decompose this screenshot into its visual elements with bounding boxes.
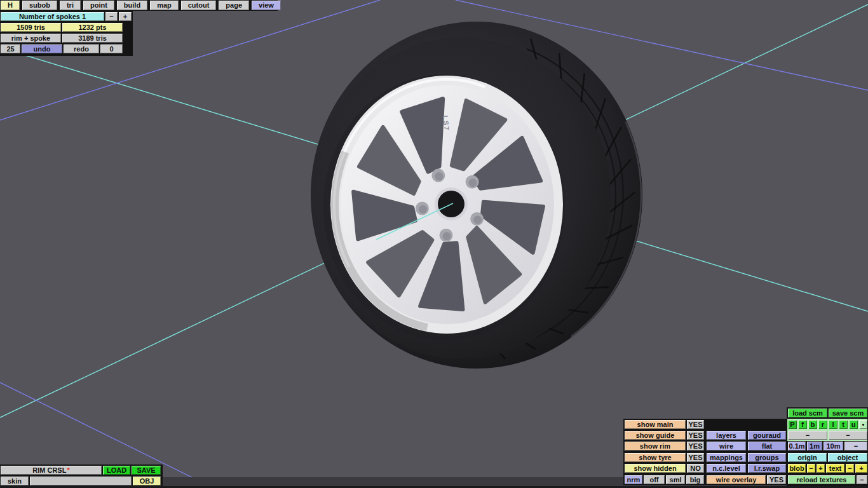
wire-button[interactable]: wire (707, 442, 746, 451)
show-main-toggle[interactable]: YES (687, 420, 704, 429)
skin-button[interactable]: skin (1, 477, 29, 485)
show-hidden-toggle[interactable]: NO (687, 464, 704, 473)
view-f-button[interactable]: f (798, 420, 807, 429)
tab-page[interactable]: page (219, 1, 249, 10)
view-l-button[interactable]: l (829, 420, 837, 429)
redo-button[interactable]: redo (64, 44, 99, 53)
load-scm-button[interactable]: load scm (788, 409, 827, 417)
wheel-logo: LS7 (442, 115, 451, 132)
object-button[interactable]: object (828, 453, 867, 462)
total-tris-count: 3189 tris (62, 34, 123, 43)
rim-crsl-label: RIM CRSL (32, 467, 66, 474)
show-rim-button[interactable]: show rim (625, 442, 686, 451)
normals-off-button[interactable]: off (644, 475, 665, 484)
show-guide-button[interactable]: show guide (625, 431, 686, 440)
scm-slot-2-button[interactable]: − (829, 431, 867, 440)
blob-label[interactable]: blob (788, 464, 806, 473)
app-window: LS7 H subob tri point build map cutout p… (0, 0, 868, 488)
save-scm-button[interactable]: save scm (829, 409, 867, 417)
view-t-button[interactable]: t (839, 420, 848, 429)
undo-button[interactable]: undo (22, 44, 62, 53)
view-b-button[interactable]: b (808, 420, 817, 429)
show-rim-toggle[interactable]: YES (687, 442, 704, 451)
reload-textures-button[interactable]: reload textures (788, 475, 855, 484)
origin-button[interactable]: origin (788, 453, 827, 462)
tab-cutout[interactable]: cutout (181, 1, 217, 10)
rim-crsl-button[interactable]: RIM CRSL* (1, 466, 102, 475)
grid-dash-button[interactable]: − (844, 442, 867, 451)
scm-slot-1-button[interactable]: − (788, 431, 827, 440)
tab-build[interactable]: build (117, 1, 147, 10)
spokes-count-label: Number of spokes 1 (1, 12, 104, 21)
tab-strip: H subob tri point build map cutout page … (1, 1, 281, 10)
blob-plus-button[interactable]: + (817, 464, 825, 473)
load-button[interactable]: LOAD (103, 466, 130, 475)
tab-view[interactable]: view (252, 1, 281, 10)
lr-swap-button[interactable]: l.r.swap (748, 464, 786, 473)
grid-1m-button[interactable]: 1m (807, 442, 822, 451)
view-r-button[interactable]: r (818, 420, 827, 429)
nc-level-button[interactable]: n.c.level (707, 464, 746, 473)
modified-indicator: * (67, 467, 69, 474)
tab-h[interactable]: H (1, 1, 20, 10)
spokes-minus-button[interactable]: − (105, 12, 118, 21)
reload-dash-button[interactable]: − (857, 475, 867, 484)
show-main-button[interactable]: show main (625, 420, 686, 429)
text-minus-button[interactable]: − (846, 464, 854, 473)
flat-button[interactable]: flat (748, 442, 786, 451)
view-dot-button[interactable]: • (859, 420, 867, 429)
undo-count: 25 (1, 44, 20, 53)
save-button[interactable]: SAVE (132, 466, 161, 475)
tris-count: 1509 tris (1, 23, 61, 32)
tab-map[interactable]: map (150, 1, 179, 10)
skin-name-field[interactable] (30, 477, 132, 485)
tab-point[interactable]: point (83, 1, 114, 10)
view-u-button[interactable]: u (849, 420, 858, 429)
show-guide-toggle[interactable]: YES (687, 431, 704, 440)
spokes-plus-button[interactable]: + (119, 12, 132, 21)
normals-sml-button[interactable]: sml (666, 475, 685, 484)
normals-big-button[interactable]: big (686, 475, 704, 484)
viewport-3d[interactable]: LS7 (0, 0, 868, 488)
tab-tri[interactable]: tri (60, 1, 81, 10)
normals-nrm-button[interactable]: nrm (625, 475, 642, 484)
show-hidden-button[interactable]: show hidden (625, 464, 686, 473)
wire-overlay-toggle[interactable]: YES (767, 475, 786, 484)
pts-count: 1232 pts (62, 23, 123, 32)
grid-10m-button[interactable]: 10m (824, 442, 843, 451)
gouraud-button[interactable]: gouraud (748, 431, 786, 440)
obj-button[interactable]: OBJ (133, 477, 161, 485)
show-tyre-button[interactable]: show tyre (625, 453, 686, 462)
rim-spoke-label[interactable]: rim + spoke (1, 34, 61, 43)
groups-button[interactable]: groups (748, 453, 786, 462)
mappings-button[interactable]: mappings (707, 453, 746, 462)
layers-button[interactable]: layers (707, 431, 746, 440)
show-tyre-toggle[interactable]: YES (687, 453, 704, 462)
text-plus-button[interactable]: + (855, 464, 867, 473)
wheel-model: LS7 (311, 22, 642, 369)
text-label[interactable]: text (826, 464, 844, 473)
grid-0-1m-button[interactable]: 0.1m (788, 442, 806, 451)
blob-minus-button[interactable]: − (807, 464, 815, 473)
redo-count: 0 (100, 44, 123, 53)
wire-overlay-button[interactable]: wire overlay (707, 475, 766, 484)
view-p-button[interactable]: P (788, 420, 797, 429)
tab-subob[interactable]: subob (22, 1, 57, 10)
